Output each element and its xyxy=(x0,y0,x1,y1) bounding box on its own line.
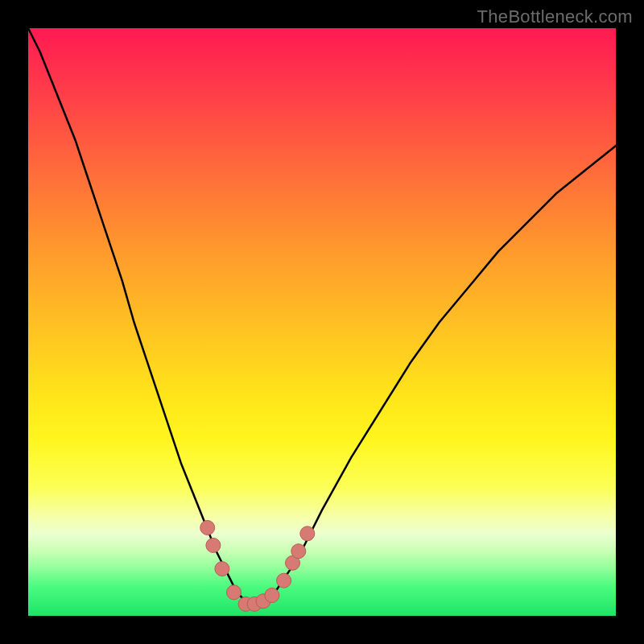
marker-group xyxy=(200,521,315,612)
data-marker xyxy=(291,544,306,559)
bottleneck-curve xyxy=(28,28,616,604)
plot-area xyxy=(28,28,616,616)
data-marker xyxy=(227,585,242,600)
chart-svg xyxy=(28,28,616,616)
data-marker xyxy=(206,538,221,552)
data-marker xyxy=(300,526,315,541)
data-marker xyxy=(200,521,215,535)
data-marker xyxy=(215,562,229,576)
chart-frame: TheBottleneck.com xyxy=(0,0,644,644)
data-marker xyxy=(277,573,291,588)
data-marker xyxy=(265,588,279,603)
watermark-text: TheBottleneck.com xyxy=(477,6,633,27)
